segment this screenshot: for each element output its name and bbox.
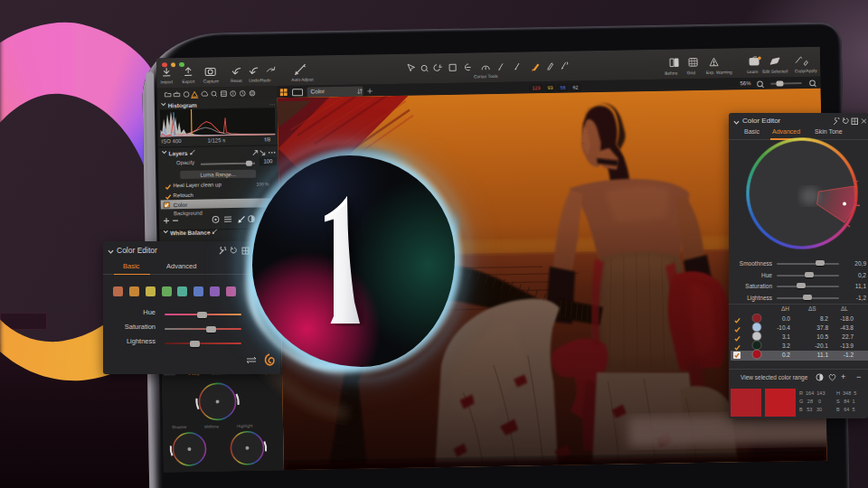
svg-text:Midtone: Midtone <box>204 424 220 428</box>
svg-text:Shadow: Shadow <box>172 425 187 429</box>
